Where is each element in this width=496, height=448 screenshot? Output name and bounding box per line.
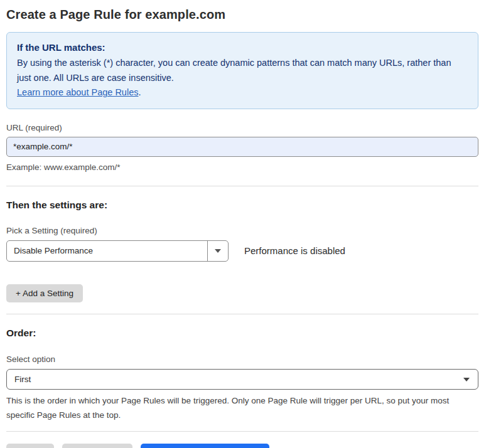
order-select-label: Select option xyxy=(6,355,478,364)
divider xyxy=(6,314,478,314)
save-as-draft-button[interactable]: Save as Draft xyxy=(62,444,132,448)
setting-status-text: Performance is disabled xyxy=(244,245,345,256)
info-box-heading: If the URL matches: xyxy=(17,40,468,55)
order-select[interactable]: First xyxy=(6,369,478,390)
save-and-deploy-button[interactable]: Save and Deploy Page Rule xyxy=(141,444,270,448)
link-suffix: . xyxy=(138,87,141,97)
learn-more-link[interactable]: Learn more about Page Rules xyxy=(17,87,138,97)
chevron-down-icon xyxy=(463,378,470,381)
info-box-body: By using the asterisk (*) character, you… xyxy=(17,56,468,100)
add-setting-button[interactable]: + Add a Setting xyxy=(6,284,83,303)
order-description: This is the order in which your Page Rul… xyxy=(6,394,478,423)
setting-select[interactable]: Disable Performance xyxy=(6,240,229,262)
footer-actions: Cancel Save as Draft Save and Deploy Pag… xyxy=(6,444,478,448)
page-title: Create a Page Rule for example.com xyxy=(6,8,478,22)
setting-select-value: Disable Performance xyxy=(7,241,207,261)
divider xyxy=(6,186,478,186)
setting-picker-label: Pick a Setting (required) xyxy=(6,226,478,235)
info-box-body-text: By using the asterisk (*) character, you… xyxy=(17,58,451,82)
url-example-text: Example: www.example.com/* xyxy=(6,163,478,172)
settings-section-heading: Then the settings are: xyxy=(6,200,478,211)
order-section-heading: Order: xyxy=(6,328,478,339)
setting-select-arrow-segment[interactable] xyxy=(207,241,228,261)
chevron-down-icon xyxy=(215,249,221,253)
setting-row: Disable Performance Performance is disab… xyxy=(6,240,478,262)
order-select-value: First xyxy=(14,375,31,384)
create-page-rule-form: Create a Page Rule for example.com If th… xyxy=(0,0,496,448)
url-input[interactable] xyxy=(6,137,478,157)
url-match-info-box: If the URL matches: By using the asteris… xyxy=(6,32,478,109)
cancel-button[interactable]: Cancel xyxy=(6,444,54,448)
url-field-label: URL (required) xyxy=(6,123,478,132)
divider xyxy=(6,431,478,432)
